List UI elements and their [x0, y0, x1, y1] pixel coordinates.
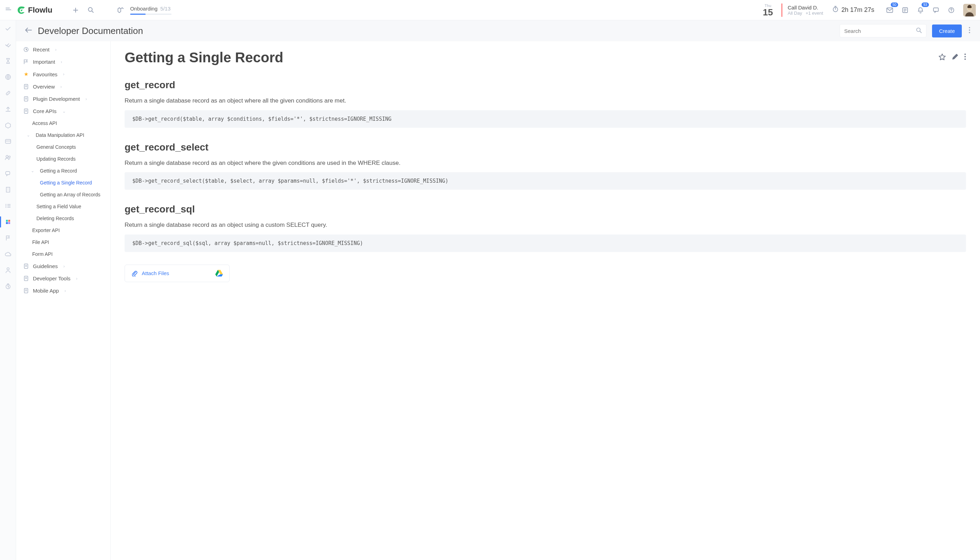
- svg-rect-14: [6, 187, 10, 192]
- back-arrow-icon[interactable]: [25, 27, 32, 34]
- chevron-down-icon: ⌄: [27, 133, 30, 138]
- code-block: $DB->get_record_sql($sql, array $params=…: [125, 235, 966, 252]
- chat-icon[interactable]: [930, 4, 942, 17]
- search-box[interactable]: [840, 24, 927, 37]
- rail-upload-icon[interactable]: [3, 104, 13, 114]
- code-block: $DB->get_record($table, array $condition…: [125, 110, 966, 128]
- sidebar-mobile-app[interactable]: Mobile App›: [16, 285, 110, 297]
- chevron-right-icon: ›: [64, 288, 66, 293]
- inbox-icon[interactable]: 50: [883, 4, 896, 17]
- rail-card-icon[interactable]: [3, 137, 13, 146]
- svg-point-25: [969, 27, 970, 28]
- attach-files-card[interactable]: Attach Files: [125, 265, 230, 282]
- sidebar-deleting-records[interactable]: Deleting Records: [16, 212, 110, 224]
- sidebar-single-record[interactable]: Getting a Single Record: [16, 177, 110, 188]
- sidebar-array-records[interactable]: Getting an Array of Records: [16, 188, 110, 200]
- code-block: $DB->get_record_select($table, $select, …: [125, 172, 966, 190]
- sidebar-core-apis[interactable]: Core APIs⌄: [16, 105, 110, 117]
- paperclip-icon: [131, 270, 138, 277]
- sidebar-file-api[interactable]: File API: [16, 236, 110, 248]
- sidebar-set-field[interactable]: Setting a Field Value: [16, 200, 110, 212]
- add-icon[interactable]: [69, 4, 82, 17]
- rail-flag-icon[interactable]: [3, 233, 13, 243]
- sidebar-recent[interactable]: Recent›: [16, 43, 110, 56]
- doc-title: Getting a Single Record: [125, 50, 938, 65]
- create-button[interactable]: Create: [932, 25, 962, 37]
- event-widget[interactable]: Call David D. All Day +1 event: [788, 5, 823, 16]
- search-input[interactable]: [844, 28, 913, 34]
- search-input-icon: [916, 27, 922, 35]
- clock-icon: [23, 47, 29, 52]
- content-area: Getting a Single Record get_record Retur…: [111, 41, 980, 560]
- svg-rect-10: [5, 140, 10, 143]
- section-heading: get_record: [125, 80, 966, 91]
- section-desc: Return a single database record as an ob…: [125, 96, 966, 105]
- rail-building-icon[interactable]: [3, 185, 13, 195]
- svg-point-26: [969, 29, 970, 31]
- sidebar-overview[interactable]: Overview›: [16, 80, 110, 93]
- star-outline-icon[interactable]: [938, 53, 946, 62]
- header-more-icon[interactable]: [967, 25, 972, 36]
- chevron-right-icon: ›: [76, 276, 77, 281]
- sidebar-plugin-dev[interactable]: Plugin Development›: [16, 93, 110, 105]
- svg-point-22: [7, 268, 9, 270]
- sidebar-dev-tools[interactable]: Developer Tools›: [16, 272, 110, 285]
- svg-point-17: [5, 207, 6, 208]
- edit-icon[interactable]: [952, 53, 958, 62]
- flag-icon: [23, 59, 29, 64]
- logo-text: Flowlu: [28, 6, 52, 15]
- topbar: Flowlu Onboarding 5/13 Thu 15 Call David…: [0, 0, 980, 20]
- sidebar-updating-records[interactable]: Updating Records: [16, 153, 110, 165]
- rail-tag-icon[interactable]: [3, 120, 13, 130]
- rail-list-icon[interactable]: [3, 201, 13, 211]
- more-vertical-icon[interactable]: [964, 53, 966, 62]
- bell-icon[interactable]: 93: [914, 4, 927, 17]
- svg-rect-4: [933, 8, 938, 11]
- avatar[interactable]: [963, 4, 976, 17]
- rail-person-icon[interactable]: [3, 265, 13, 275]
- section-desc: Return a single database record as an ob…: [125, 158, 966, 168]
- google-drive-icon[interactable]: [215, 270, 223, 277]
- svg-point-27: [969, 32, 970, 33]
- page-header: Developer Documentation Create: [16, 20, 980, 41]
- help-icon[interactable]: [945, 4, 958, 17]
- sidebar-guidelines[interactable]: Guidelines›: [16, 260, 110, 272]
- sidebar-exporter-api[interactable]: Exporter API: [16, 224, 110, 236]
- rail-check-icon[interactable]: [3, 24, 13, 33]
- timer-widget[interactable]: 2h 17m 27s: [832, 6, 874, 14]
- rail-chat-icon[interactable]: [3, 169, 13, 178]
- chevron-down-icon: ⌄: [31, 168, 34, 173]
- rail-cloud-icon[interactable]: [3, 249, 13, 259]
- rail-docs-icon[interactable]: [3, 217, 13, 227]
- sidebar-dm-api[interactable]: ⌄Data Manipulation API: [16, 129, 110, 141]
- menu-toggle-icon[interactable]: [4, 5, 13, 15]
- svg-rect-18: [6, 220, 8, 222]
- rail-hourglass-icon[interactable]: [3, 56, 13, 66]
- bell-badge: 93: [922, 2, 929, 7]
- sidebar-general-concepts[interactable]: General Concepts: [16, 141, 110, 153]
- rail-double-check-icon[interactable]: [3, 40, 13, 50]
- rail-globe-icon[interactable]: [3, 72, 13, 82]
- chevron-right-icon: ›: [63, 264, 65, 269]
- onboarding-widget[interactable]: Onboarding 5/13: [114, 4, 172, 17]
- date-widget[interactable]: Thu 15: [760, 3, 776, 17]
- rail-timer-icon[interactable]: [3, 282, 13, 291]
- chevron-right-icon: ›: [55, 47, 57, 52]
- svg-point-36: [965, 56, 966, 57]
- sidebar-favourites[interactable]: ★ Favourites›: [16, 68, 110, 80]
- svg-rect-13: [6, 172, 10, 175]
- rail-link-icon[interactable]: [3, 88, 13, 98]
- logo[interactable]: Flowlu: [17, 6, 52, 15]
- sidebar: Recent› Important› ★ Favourites› Overvie…: [16, 41, 111, 560]
- rail-people-icon[interactable]: [3, 153, 13, 162]
- sidebar-getting-record[interactable]: ⌄Getting a Record: [16, 165, 110, 177]
- page-icon: [23, 288, 29, 293]
- search-icon[interactable]: [85, 4, 97, 17]
- svg-point-15: [5, 204, 6, 205]
- inbox-badge: 50: [891, 2, 898, 7]
- sidebar-access-api[interactable]: Access API: [16, 117, 110, 129]
- timer-value: 2h 17m 27s: [842, 6, 874, 13]
- notes-icon[interactable]: [899, 4, 912, 17]
- sidebar-form-api[interactable]: Form API: [16, 248, 110, 260]
- sidebar-important[interactable]: Important›: [16, 56, 110, 68]
